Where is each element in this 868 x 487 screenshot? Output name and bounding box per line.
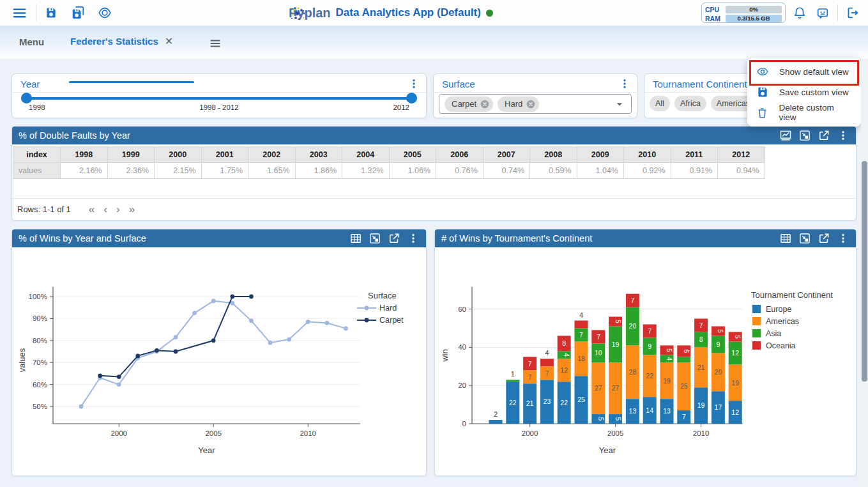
eye-icon	[756, 65, 769, 78]
more-vertical-icon[interactable]	[836, 232, 849, 245]
year-slider-handle-min[interactable]	[21, 93, 32, 104]
table-icon[interactable]	[349, 232, 362, 245]
wins-by-continent-chart: 0204060200020052010Yearwin22212177237422…	[435, 229, 857, 476]
svg-text:9: 9	[648, 343, 651, 350]
table-cell-value: 1.75%	[201, 163, 248, 179]
year-filter-menu-icon[interactable]	[408, 78, 420, 89]
last-page-icon[interactable]: »	[129, 204, 135, 215]
panel-title: # of Wins by Tournament's Continent	[441, 233, 773, 244]
scrollbar-thumb[interactable]	[862, 161, 867, 382]
menu-item-show-default-view[interactable]: Show default view	[747, 61, 861, 82]
table-cell-value: 0.92%	[624, 163, 671, 179]
chip-label: Hard	[505, 99, 522, 109]
wins-by-continent-panel: 0204060200020052010Yearwin22212177237422…	[434, 229, 857, 476]
prev-page-icon[interactable]: ‹	[103, 204, 107, 215]
svg-text:2010: 2010	[300, 429, 316, 437]
svg-text:27: 27	[595, 384, 602, 392]
table-header-year: 2011	[671, 147, 718, 163]
next-page-icon[interactable]: ›	[116, 204, 120, 215]
svg-text:4: 4	[666, 357, 673, 360]
menu-item-delete-custom-view[interactable]: Delete custom view	[747, 102, 861, 123]
cpu-label: CPU	[705, 6, 726, 13]
logout-icon[interactable]	[844, 5, 860, 20]
svg-text:7: 7	[597, 333, 600, 341]
svg-text:6: 6	[683, 349, 690, 353]
app-more-icon[interactable]	[289, 5, 301, 18]
divider	[837, 4, 838, 21]
year-filter-card: Year 1998 1998 - 2012 2012	[11, 73, 427, 118]
chevron-down-icon[interactable]	[613, 98, 626, 111]
more-vertical-icon[interactable]	[836, 129, 849, 143]
tab-federers-statistics[interactable]: Federer's Statistics ✕	[70, 35, 173, 47]
svg-text:19: 19	[612, 341, 620, 348]
save-all-icon[interactable]	[70, 5, 86, 20]
surface-select[interactable]: CarpetHard	[439, 94, 632, 114]
menu-button[interactable]: Menu	[19, 36, 44, 47]
continent-chip[interactable]: Africa	[674, 96, 706, 111]
table-cell-value: 1.86%	[295, 163, 342, 179]
tab-bar: Menu Federer's Statistics ✕	[0, 26, 868, 59]
svg-text:27: 27	[612, 384, 620, 392]
more-vertical-icon[interactable]	[406, 232, 420, 245]
svg-text:Year: Year	[599, 445, 616, 455]
table-header-year: 2001	[201, 147, 248, 163]
first-page-icon[interactable]: «	[89, 204, 95, 215]
table-header-year: 2002	[248, 147, 296, 163]
table-cell-value: 1.04%	[577, 163, 624, 179]
svg-text:23: 23	[544, 398, 551, 405]
tab-close-icon[interactable]: ✕	[165, 35, 173, 47]
svg-text:17: 17	[715, 403, 722, 411]
menu-icon[interactable]	[11, 5, 27, 20]
svg-text:13: 13	[629, 407, 637, 415]
view-options-menu: Show default viewSave custom viewDelete …	[747, 58, 861, 127]
chip-label: Carpet	[452, 99, 476, 109]
surface-chip[interactable]: Carpet	[445, 97, 493, 112]
table-cell-value: 2.15%	[155, 163, 202, 179]
table-cell-value: 1.65%	[248, 163, 296, 179]
svg-text:20: 20	[715, 368, 722, 376]
chart-line-icon[interactable]	[779, 129, 792, 143]
svg-text:1: 1	[511, 370, 515, 378]
year-range-slider[interactable]	[21, 97, 417, 100]
active-tab-underline	[69, 81, 194, 83]
dock-icon[interactable]	[798, 232, 811, 245]
save-icon[interactable]	[43, 5, 59, 20]
surface-filter-menu-icon[interactable]	[619, 78, 630, 89]
menu-item-save-custom-view[interactable]: Save custom view	[747, 82, 861, 102]
table-header-year: 2009	[577, 147, 624, 163]
table-header-year: 1998	[61, 147, 108, 163]
assistant-icon[interactable]	[815, 5, 830, 20]
surface-filter-title: Surface	[442, 79, 619, 89]
svg-text:10: 10	[595, 349, 602, 357]
svg-text:90%: 90%	[33, 314, 47, 322]
app-bar: Pyplan Data Analytics App (Default) CPU …	[0, 0, 868, 26]
save-icon	[756, 86, 769, 98]
trash-icon	[756, 106, 769, 119]
svg-text:Year: Year	[198, 445, 215, 455]
svg-text:5: 5	[614, 320, 622, 323]
year-slider-handle-max[interactable]	[406, 93, 417, 104]
table-header-year: 2000	[155, 147, 202, 163]
external-link-icon[interactable]	[817, 232, 830, 245]
chip-remove-icon[interactable]	[526, 99, 536, 109]
svg-text:50%: 50%	[33, 403, 47, 410]
double-faults-panel: % of Double Faults by Year index19981999…	[11, 126, 857, 220]
svg-text:7: 7	[699, 321, 703, 329]
svg-text:70%: 70%	[33, 359, 47, 366]
page-scrollbar[interactable]	[861, 59, 868, 487]
year-max-label: 2012	[393, 104, 409, 111]
svg-text:7: 7	[630, 297, 634, 304]
tab-list-icon[interactable]	[208, 36, 222, 50]
table-icon[interactable]	[779, 232, 792, 245]
dock-icon[interactable]	[798, 129, 811, 143]
external-link-icon[interactable]	[817, 129, 830, 143]
svg-text:5: 5	[717, 329, 724, 333]
dock-icon[interactable]	[368, 232, 381, 245]
surface-chip[interactable]: Hard	[498, 97, 539, 112]
continent-chip[interactable]: All	[650, 96, 670, 111]
chip-remove-icon[interactable]	[480, 99, 490, 109]
svg-text:Oceania: Oceania	[766, 341, 796, 350]
show-views-icon[interactable]	[97, 5, 112, 20]
notifications-icon[interactable]	[792, 5, 807, 20]
external-link-icon[interactable]	[387, 232, 400, 245]
